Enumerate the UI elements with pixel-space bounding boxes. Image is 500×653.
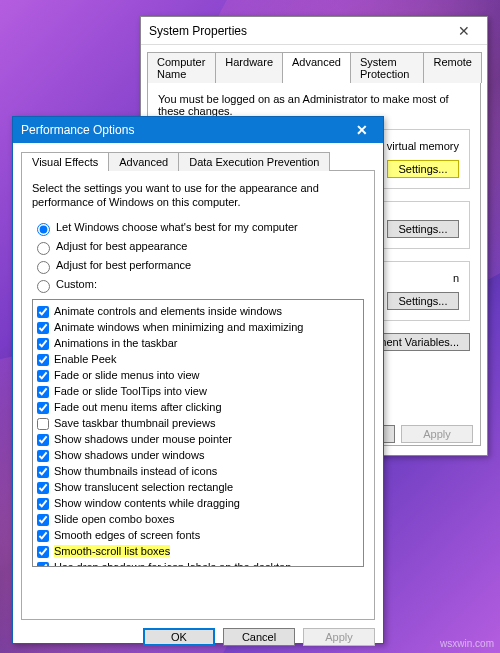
radio-option[interactable]: Let Windows choose what's best for my co… bbox=[32, 220, 364, 236]
list-item-checkbox[interactable] bbox=[37, 402, 49, 414]
visual-effects-description: Select the settings you want to use for … bbox=[32, 181, 364, 210]
performance-options-window: Performance Options ✕ Visual EffectsAdva… bbox=[12, 116, 384, 644]
tab-visual-effects[interactable]: Visual Effects bbox=[21, 152, 109, 171]
visual-effects-list: Animate controls and elements inside win… bbox=[32, 299, 364, 567]
list-item-checkbox[interactable] bbox=[37, 562, 49, 567]
list-item-label: Smooth edges of screen fonts bbox=[54, 529, 200, 541]
list-item-checkbox[interactable] bbox=[37, 466, 49, 478]
performance-options-titlebar: Performance Options ✕ bbox=[13, 117, 383, 143]
list-item-label: Show shadows under mouse pointer bbox=[54, 433, 232, 445]
group-3-settings-button[interactable]: Settings... bbox=[387, 292, 459, 310]
list-item-checkbox[interactable] bbox=[37, 434, 49, 446]
list-item[interactable]: Animations in the taskbar bbox=[37, 335, 359, 351]
close-icon[interactable]: ✕ bbox=[349, 122, 375, 138]
list-item-checkbox[interactable] bbox=[37, 338, 49, 350]
tab-hardware[interactable]: Hardware bbox=[215, 52, 283, 83]
list-item-label: Fade or slide ToolTips into view bbox=[54, 385, 207, 397]
list-item[interactable]: Animate controls and elements inside win… bbox=[37, 303, 359, 319]
list-item[interactable]: Show shadows under windows bbox=[37, 447, 359, 463]
list-item[interactable]: Fade out menu items after clicking bbox=[37, 399, 359, 415]
tab-computer-name[interactable]: Computer Name bbox=[147, 52, 216, 83]
radio-label: Let Windows choose what's best for my co… bbox=[56, 221, 298, 233]
performance-options-tabs: Visual EffectsAdvancedData Execution Pre… bbox=[21, 151, 375, 170]
system-properties-titlebar: System Properties ✕ bbox=[141, 17, 487, 45]
sysprop-apply-button: Apply bbox=[401, 425, 473, 443]
performance-options-title: Performance Options bbox=[21, 123, 349, 137]
list-item-checkbox[interactable] bbox=[37, 418, 49, 430]
admin-notice: You must be logged on as an Administrato… bbox=[158, 93, 470, 117]
list-item[interactable]: Show window contents while dragging bbox=[37, 495, 359, 511]
visual-effects-radios: Let Windows choose what's best for my co… bbox=[32, 220, 364, 293]
list-item-label: Enable Peek bbox=[54, 353, 116, 365]
radio-label: Custom: bbox=[56, 278, 97, 290]
list-item[interactable]: Show thumbnails instead of icons bbox=[37, 463, 359, 479]
list-item[interactable]: Slide open combo boxes bbox=[37, 511, 359, 527]
list-item[interactable]: Fade or slide menus into view bbox=[37, 367, 359, 383]
list-item-checkbox[interactable] bbox=[37, 514, 49, 526]
list-item[interactable]: Animate windows when minimizing and maxi… bbox=[37, 319, 359, 335]
system-properties-title: System Properties bbox=[149, 24, 449, 38]
ok-button[interactable]: OK bbox=[143, 628, 215, 646]
list-item[interactable]: Use drop shadows for icon labels on the … bbox=[37, 559, 359, 567]
list-item[interactable]: Enable Peek bbox=[37, 351, 359, 367]
list-item[interactable]: Smooth-scroll list boxes bbox=[37, 543, 359, 559]
list-item-checkbox[interactable] bbox=[37, 482, 49, 494]
list-item-label: Save taskbar thumbnail previews bbox=[54, 417, 215, 429]
close-icon[interactable]: ✕ bbox=[449, 23, 479, 39]
list-item-label: Show window contents while dragging bbox=[54, 497, 240, 509]
radio-input[interactable] bbox=[37, 242, 50, 255]
list-item[interactable]: Show shadows under mouse pointer bbox=[37, 431, 359, 447]
radio-input[interactable] bbox=[37, 280, 50, 293]
list-item-checkbox[interactable] bbox=[37, 498, 49, 510]
list-item-label: Use drop shadows for icon labels on the … bbox=[54, 561, 291, 567]
list-item-label: Show thumbnails instead of icons bbox=[54, 465, 217, 477]
radio-label: Adjust for best appearance bbox=[56, 240, 187, 252]
list-item-checkbox[interactable] bbox=[37, 322, 49, 334]
system-properties-tabs: Computer NameHardwareAdvancedSystem Prot… bbox=[147, 51, 481, 82]
tab-data-execution-prevention[interactable]: Data Execution Prevention bbox=[178, 152, 330, 171]
list-item-checkbox[interactable] bbox=[37, 370, 49, 382]
list-item[interactable]: Save taskbar thumbnail previews bbox=[37, 415, 359, 431]
radio-option[interactable]: Adjust for best appearance bbox=[32, 239, 364, 255]
list-item-label: Animate windows when minimizing and maxi… bbox=[54, 321, 303, 333]
list-item-label: Animate controls and elements inside win… bbox=[54, 305, 282, 317]
cancel-button[interactable]: Cancel bbox=[223, 628, 295, 646]
radio-label: Adjust for best performance bbox=[56, 259, 191, 271]
performance-settings-button[interactable]: Settings... bbox=[387, 160, 459, 178]
list-item-checkbox[interactable] bbox=[37, 354, 49, 366]
list-item-label: Slide open combo boxes bbox=[54, 513, 174, 525]
list-item[interactable]: Show translucent selection rectangle bbox=[37, 479, 359, 495]
tab-advanced[interactable]: Advanced bbox=[282, 52, 351, 83]
apply-button: Apply bbox=[303, 628, 375, 646]
radio-option[interactable]: Adjust for best performance bbox=[32, 258, 364, 274]
list-item-checkbox[interactable] bbox=[37, 450, 49, 462]
list-item-checkbox[interactable] bbox=[37, 530, 49, 542]
list-item-label: Fade or slide menus into view bbox=[54, 369, 200, 381]
list-item-checkbox[interactable] bbox=[37, 386, 49, 398]
list-item[interactable]: Smooth edges of screen fonts bbox=[37, 527, 359, 543]
list-item-label: Animations in the taskbar bbox=[54, 337, 178, 349]
tab-remote[interactable]: Remote bbox=[423, 52, 482, 83]
list-item[interactable]: Fade or slide ToolTips into view bbox=[37, 383, 359, 399]
list-item-checkbox[interactable] bbox=[37, 546, 49, 558]
list-item-checkbox[interactable] bbox=[37, 306, 49, 318]
list-item-label: Fade out menu items after clicking bbox=[54, 401, 222, 413]
list-item-label: Show translucent selection rectangle bbox=[54, 481, 233, 493]
radio-input[interactable] bbox=[37, 261, 50, 274]
list-item-label: Show shadows under windows bbox=[54, 449, 204, 461]
radio-option[interactable]: Custom: bbox=[32, 277, 364, 293]
radio-input[interactable] bbox=[37, 223, 50, 236]
list-item-label: Smooth-scroll list boxes bbox=[54, 545, 170, 557]
tab-advanced[interactable]: Advanced bbox=[108, 152, 179, 171]
tab-system-protection[interactable]: System Protection bbox=[350, 52, 425, 83]
watermark: wsxwin.com bbox=[440, 638, 494, 649]
group-2-settings-button[interactable]: Settings... bbox=[387, 220, 459, 238]
